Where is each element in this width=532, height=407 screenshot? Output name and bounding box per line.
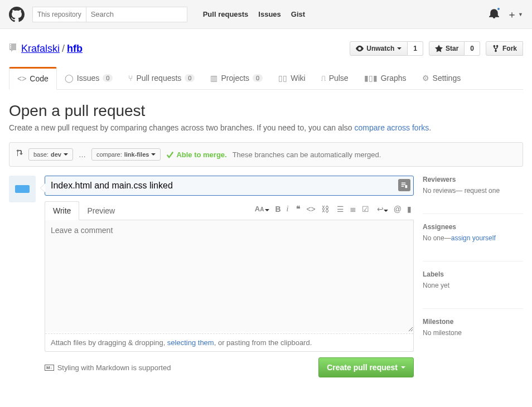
pulse-icon: ⎍ [321, 74, 326, 83]
italic-icon[interactable]: i [287, 205, 289, 214]
task-list-icon[interactable]: ☑ [362, 205, 369, 214]
star-label: Star [446, 45, 458, 52]
pr-title-input[interactable] [45, 176, 414, 196]
markdown-badge-icon: M↓ [45, 365, 54, 371]
ul-icon[interactable]: ☰ [337, 205, 344, 214]
search-input[interactable] [86, 7, 187, 22]
tab-preview[interactable]: Preview [79, 202, 123, 220]
text-size-icon[interactable]: AA [255, 205, 270, 213]
tab-code[interactable]: <> Code [9, 67, 57, 90]
range-dots: … [79, 151, 86, 159]
compare-across-forks-link[interactable]: compare across forks [354, 123, 429, 132]
repo-slash: / [62, 43, 65, 55]
book-icon: ▯▯ [278, 74, 287, 83]
markdown-hint[interactable]: M↓ Styling with Markdown is supported [45, 364, 171, 372]
nav-issues[interactable]: Issues [258, 10, 280, 18]
sidebar-labels-value: None yet [423, 282, 523, 289]
tab-graphs[interactable]: ▮▯▮ Graphs [356, 67, 414, 89]
ol-icon[interactable]: ≣ [350, 205, 356, 214]
notifications-icon[interactable] [489, 8, 499, 20]
compare-icon [15, 149, 23, 160]
watch-count[interactable]: 1 [408, 41, 423, 56]
page-subtitle: Create a new pull request by comparing c… [9, 120, 523, 132]
nav-pull-requests[interactable]: Pull requests [203, 10, 249, 18]
tab-projects[interactable]: ▥ Projects 0 [202, 67, 270, 89]
star-count[interactable]: 0 [465, 41, 480, 56]
sidebar-milestone-label[interactable]: Milestone [423, 318, 523, 326]
tab-settings[interactable]: ⚙ Settings [414, 67, 469, 89]
star-button[interactable]: Star [429, 41, 465, 56]
selecting-them-link[interactable]: selecting them [167, 338, 214, 347]
unwatch-label: Unwatch [366, 45, 394, 52]
sidebar-assignees-value: No one—assign yourself [423, 234, 523, 242]
sidebar-reviewers-label[interactable]: Reviewers [423, 176, 523, 183]
graph-icon: ▮▯▮ [364, 74, 378, 83]
avatar [9, 176, 36, 202]
fork-label: Fork [502, 45, 517, 52]
svg-rect-0 [405, 185, 408, 188]
sidebar-assignees-label[interactable]: Assignees [423, 223, 523, 231]
assign-yourself-link[interactable]: assign yourself [451, 234, 496, 242]
attach-hint[interactable]: Attach files by dragging & dropping, sel… [45, 333, 413, 351]
nav-gist[interactable]: Gist [291, 10, 305, 18]
project-icon: ▥ [210, 74, 217, 83]
link-icon[interactable]: ⛓ [321, 205, 329, 214]
base-branch-select[interactable]: base: dev [28, 148, 73, 161]
tab-wiki[interactable]: ▯▯ Wiki [270, 67, 313, 89]
repo-owner-link[interactable]: Krafalski [21, 43, 60, 55]
sidebar-milestone-value: No milestone [423, 329, 523, 337]
quote-icon[interactable]: ❝ [296, 204, 301, 214]
unwatch-button[interactable]: Unwatch [350, 41, 408, 56]
comment-textarea[interactable] [45, 220, 413, 332]
mention-icon[interactable]: @ [394, 205, 402, 214]
issue-icon: ◯ [65, 74, 74, 83]
create-new-dropdown[interactable]: ＋▼ [507, 8, 523, 21]
sidebar-reviewers-value: No reviews— request one [423, 187, 523, 195]
reply-icon[interactable]: ↩ [377, 205, 388, 214]
compare-branch-select[interactable]: compare: link-files [91, 148, 161, 161]
tab-pull-requests[interactable]: ⑂ Pull requests 0 [120, 67, 202, 89]
repo-name-link[interactable]: hfb [67, 43, 83, 55]
github-logo-icon[interactable] [9, 7, 25, 22]
merge-status-ok: Able to merge. [166, 151, 226, 159]
code-icon: <> [17, 74, 26, 83]
gear-icon: ⚙ [422, 74, 429, 83]
code-icon[interactable]: <> [306, 205, 315, 214]
tab-pulse[interactable]: ⎍ Pulse [313, 67, 356, 89]
branch-range-editor: base: dev … compare: link-files Able to … [9, 142, 523, 167]
pull-request-icon: ⑂ [128, 74, 133, 83]
saved-replies-icon[interactable]: ▮ [407, 205, 412, 214]
tab-write[interactable]: Write [45, 201, 79, 220]
page-title: Open a pull request [9, 90, 523, 120]
repo-icon [9, 43, 18, 54]
sidebar-labels-label[interactable]: Labels [423, 270, 523, 278]
create-pull-request-button[interactable]: Create pull request [318, 357, 414, 377]
tab-issues[interactable]: ◯ Issues 0 [57, 67, 121, 89]
fork-button[interactable]: Fork [486, 41, 523, 56]
title-suggestion-icon[interactable] [398, 179, 410, 191]
merge-status-tail: These branches can be automatically merg… [233, 151, 381, 159]
search-scope-label[interactable]: This repository [33, 7, 86, 22]
bold-icon[interactable]: B [275, 205, 280, 214]
